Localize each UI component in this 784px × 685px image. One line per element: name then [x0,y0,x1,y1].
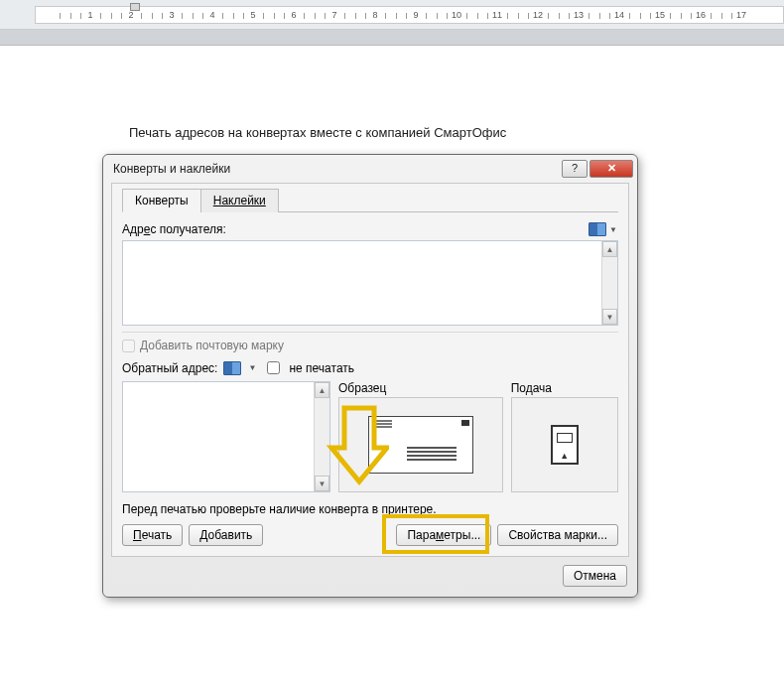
return-address-book-icon[interactable] [223,361,241,375]
dialog-title: Конверты и наклейки [113,162,560,176]
close-button[interactable]: ✕ [589,160,633,178]
tab-envelopes[interactable]: Конверты [122,189,201,212]
return-address-label: Обратный адрес: [122,361,217,375]
feed-preview[interactable] [511,397,618,492]
address-book-icon[interactable] [588,222,606,236]
return-address-field-wrap: ▲ ▼ [122,381,330,492]
add-postage-row: Добавить почтовую марку [122,332,618,352]
tab-labels-label: Наклейки [213,194,266,207]
options-button[interactable]: Параметры... [396,524,491,546]
cancel-button[interactable]: Отмена [563,565,627,587]
add-postage-checkbox [122,340,135,352]
return-address-book-dropdown[interactable]: ▼ [247,363,257,372]
return-address-row: Обратный адрес: ▼ не печатать [122,358,618,377]
tab-strip: Конверты Наклейки [122,188,618,212]
tab-labels[interactable]: Наклейки [200,189,279,212]
scroll-up-icon[interactable]: ▲ [602,241,617,257]
scroll-down-icon[interactable]: ▼ [602,309,617,325]
add-to-document-button[interactable]: Добавить [189,524,263,546]
preview-label: Образец [338,381,503,395]
envelope-icon [368,416,473,474]
omit-label: не печатать [289,361,354,375]
scroll-up-icon[interactable]: ▲ [315,382,329,398]
stamp-properties-button[interactable]: Свойства марки... [497,524,618,546]
envelope-preview[interactable] [338,397,503,492]
return-address-field[interactable] [123,382,314,491]
envelopes-labels-dialog: Конверты и наклейки ? ✕ Конверты Наклейк… [102,154,638,598]
help-button[interactable]: ? [562,160,588,178]
print-button[interactable]: Печать [122,524,183,546]
recipient-address-field[interactable] [123,241,601,325]
feed-label: Подача [511,381,618,395]
scroll-down-icon[interactable]: ▼ [315,476,329,491]
printer-tip: Перед печатью проверьте наличие конверта… [122,502,618,516]
document-heading: Печать адресов на конвертах вместе с ком… [129,125,784,140]
recipient-address-field-wrap: ▲ ▼ [122,240,618,326]
horizontal-ruler: 1234567891011121314151617 [0,0,784,30]
address-book-dropdown[interactable]: ▼ [608,225,618,234]
scrollbar[interactable]: ▲ ▼ [601,241,617,325]
omit-checkbox[interactable] [267,361,280,374]
scrollbar[interactable]: ▲ ▼ [314,382,329,491]
feed-icon [551,425,579,465]
add-postage-label: Добавить почтовую марку [140,339,284,352]
dialog-titlebar[interactable]: Конверты и наклейки ? ✕ [103,155,637,183]
recipient-address-label: Адрес получателя: ▼ [122,222,618,236]
ruler-shadow [0,30,784,46]
